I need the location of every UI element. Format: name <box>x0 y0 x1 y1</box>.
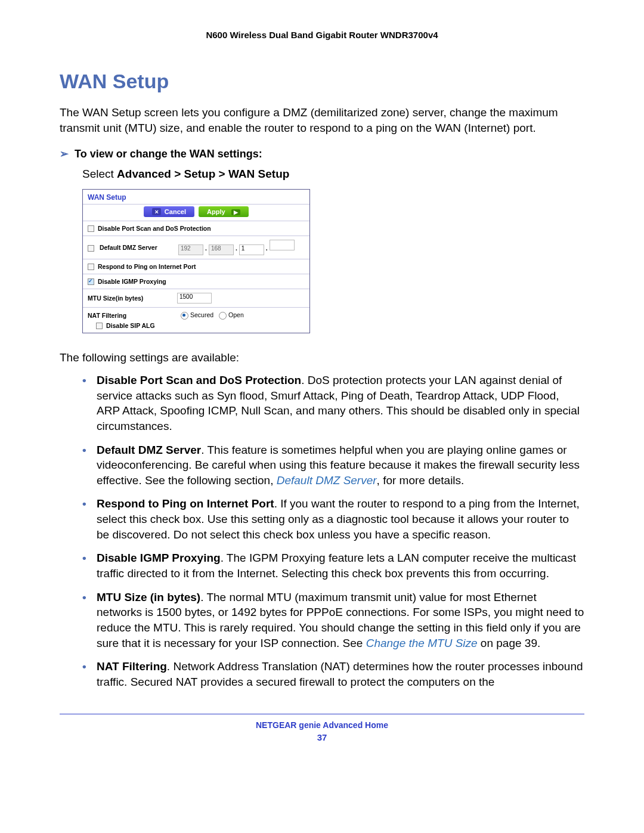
igmp-label: Disable IGMP Proxying <box>98 278 166 285</box>
shot-button-row: ×Cancel Apply▶ <box>83 205 309 221</box>
section-title: WAN Setup <box>60 70 584 93</box>
wan-setup-screenshot: WAN Setup ×Cancel Apply▶ Disable Port Sc… <box>82 189 310 333</box>
sip-alg-label: Disable SIP ALG <box>106 322 155 329</box>
shot-title: WAN Setup <box>88 193 126 202</box>
sip-alg-checkbox[interactable] <box>96 323 103 329</box>
bullet-dmz-text-after: , for more details. <box>377 474 465 487</box>
footer-chapter: NETGEAR genie Advanced Home <box>60 720 584 730</box>
bullet-igmp: Disable IGMP Proxying. The IGPM Proxying… <box>82 550 584 581</box>
bullet-dmz-title: Default DMZ Server <box>97 444 201 456</box>
dmz-link[interactable]: Default DMZ Server <box>277 474 377 487</box>
navigation-path: Advanced > Setup > WAN Setup <box>117 168 289 180</box>
shot-title-row: WAN Setup <box>83 190 309 205</box>
page: N600 Wireless Dual Band Gigabit Router W… <box>0 0 644 766</box>
bullet-nat-title: NAT Filtering <box>97 660 167 673</box>
dmz-ip-fields: 192.168.1. <box>177 240 305 255</box>
task-heading: ➢To view or change the WAN settings: <box>60 147 584 160</box>
nat-open-label: Open <box>228 311 244 318</box>
bullet-ping: Respond to Ping on Internet Port. If you… <box>82 496 584 542</box>
settings-list: Disable Port Scan and DoS Protection. Do… <box>60 373 584 690</box>
cancel-button-label: Cancel <box>165 208 186 215</box>
bullet-dos: Disable Port Scan and DoS Protection. Do… <box>82 373 584 434</box>
bullet-dmz: Default DMZ Server. This feature is some… <box>82 442 584 488</box>
step-prefix: Select <box>82 168 117 180</box>
row-igmp: Disable IGMP Proxying <box>83 274 309 289</box>
bullet-mtu-title: MTU Size (in bytes) <box>97 591 200 603</box>
row-default-dmz: Default DMZ Server 192.168.1. <box>83 236 309 259</box>
row-nat: NAT Filtering Secured Open Disable SIP A… <box>83 308 309 333</box>
task-heading-text: To view or change the WAN settings: <box>75 148 262 160</box>
ping-checkbox[interactable] <box>88 264 94 270</box>
mtu-link[interactable]: Change the MTU Size <box>366 637 478 649</box>
settings-intro: The following settings are available: <box>60 351 584 364</box>
apply-button[interactable]: Apply▶ <box>199 206 249 217</box>
mtu-label: MTU Size(in bytes) <box>88 295 177 302</box>
mtu-input[interactable]: 1500 <box>177 293 212 304</box>
dos-label: Disable Port Scan and DoS Protection <box>98 225 211 232</box>
dmz-ip-c[interactable]: 1 <box>239 244 264 255</box>
bullet-mtu: MTU Size (in bytes). The normal MTU (max… <box>82 590 584 651</box>
row-ping: Respond to Ping on Internet Port <box>83 259 309 274</box>
ping-label: Respond to Ping on Internet Port <box>98 263 196 270</box>
nat-secured-label: Secured <box>190 311 213 318</box>
bullet-nat-text: . Network Address Translation (NAT) dete… <box>97 660 583 688</box>
dmz-label: Default DMZ Server <box>100 244 157 251</box>
arrow-right-icon: ▶ <box>231 209 240 215</box>
dos-checkbox[interactable] <box>88 225 94 232</box>
bullet-dos-title: Disable Port Scan and DoS Protection <box>97 374 301 386</box>
dmz-ip-a[interactable]: 192 <box>178 244 203 255</box>
bullet-ping-title: Respond to Ping on Internet Port <box>97 497 274 510</box>
cancel-button[interactable]: ×Cancel <box>144 206 194 217</box>
apply-button-label: Apply <box>207 208 225 215</box>
bullet-nat: NAT Filtering. Network Address Translati… <box>82 659 584 689</box>
dmz-ip-d[interactable] <box>270 240 295 250</box>
doc-header: N600 Wireless Dual Band Gigabit Router W… <box>60 30 584 40</box>
row-dos-protection: Disable Port Scan and DoS Protection <box>83 221 309 236</box>
arrow-icon: ➢ <box>60 148 69 160</box>
igmp-checkbox[interactable] <box>88 278 94 285</box>
nat-secured-radio[interactable] <box>181 312 188 320</box>
page-footer: NETGEAR genie Advanced Home 37 <box>60 714 584 742</box>
dmz-checkbox[interactable] <box>88 245 94 252</box>
dmz-ip-b[interactable]: 168 <box>209 244 234 255</box>
section-intro: The WAN Setup screen lets you configure … <box>60 105 584 135</box>
nat-label: NAT Filtering <box>88 312 177 319</box>
close-icon: × <box>152 208 160 215</box>
row-mtu: MTU Size(in bytes) 1500 <box>83 289 309 308</box>
bullet-mtu-text-after: on page 39. <box>478 637 541 649</box>
nat-open-radio[interactable] <box>219 312 227 320</box>
footer-page-number: 37 <box>60 732 584 742</box>
task-step: Select Advanced > Setup > WAN Setup <box>82 168 584 181</box>
bullet-igmp-title: Disable IGMP Proxying <box>97 552 221 564</box>
